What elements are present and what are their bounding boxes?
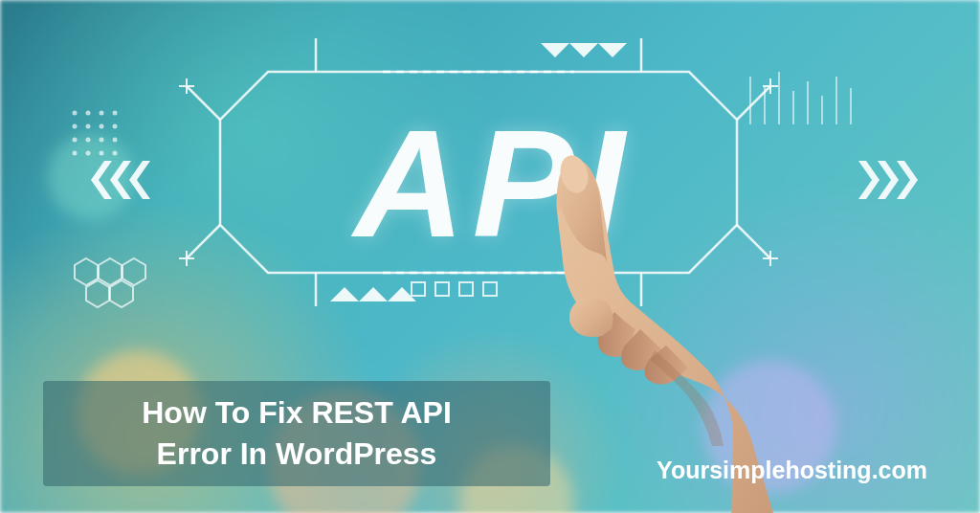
- chevron-left-icon: [91, 161, 158, 199]
- svg-marker-22: [110, 161, 131, 199]
- svg-point-12: [73, 151, 78, 156]
- svg-point-3: [113, 111, 118, 116]
- chevron-right-icon: [851, 161, 918, 203]
- svg-point-5: [86, 124, 91, 129]
- svg-marker-21: [91, 161, 112, 199]
- svg-point-14: [100, 151, 104, 156]
- hero-banner: API: [0, 0, 980, 513]
- svg-point-11: [113, 138, 118, 143]
- svg-point-2: [100, 111, 104, 116]
- banner-title-line1: How To Fix REST API: [142, 392, 452, 434]
- svg-point-8: [73, 138, 78, 143]
- svg-point-10: [100, 138, 104, 143]
- svg-marker-23: [129, 161, 150, 199]
- svg-point-13: [86, 151, 91, 156]
- svg-point-9: [86, 138, 91, 143]
- decorative-dots: [67, 105, 124, 166]
- svg-marker-18: [122, 258, 145, 285]
- svg-marker-25: [878, 161, 899, 199]
- site-url-text: Yoursimplehosting.com: [657, 457, 927, 484]
- svg-point-15: [113, 151, 118, 156]
- svg-marker-19: [86, 280, 109, 307]
- svg-point-0: [73, 111, 78, 116]
- svg-marker-24: [858, 161, 880, 199]
- title-overlay: How To Fix REST API Error In WordPress: [43, 381, 550, 486]
- svg-marker-16: [75, 258, 98, 285]
- svg-point-7: [113, 124, 118, 129]
- svg-marker-20: [110, 280, 133, 307]
- svg-marker-26: [897, 161, 918, 199]
- banner-title-line2: Error In WordPress: [157, 434, 437, 475]
- svg-point-1: [86, 111, 91, 116]
- decorative-hexagons: [72, 254, 158, 324]
- svg-marker-17: [99, 258, 122, 285]
- svg-point-4: [73, 124, 78, 129]
- svg-point-6: [100, 124, 104, 129]
